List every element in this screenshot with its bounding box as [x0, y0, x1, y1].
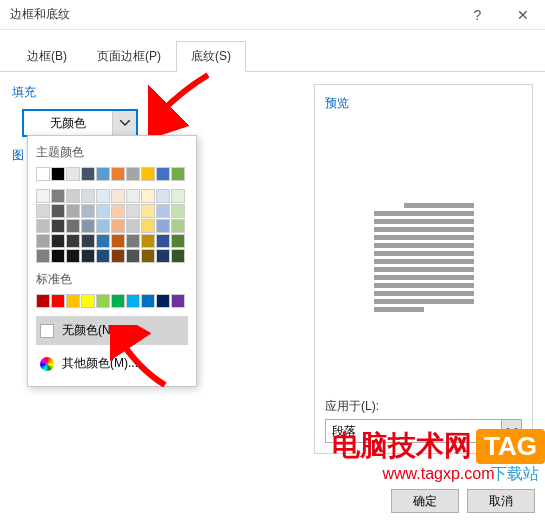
color-swatch[interactable] [96, 219, 110, 233]
fill-dropdown-button[interactable] [112, 111, 136, 135]
color-swatch[interactable] [171, 234, 185, 248]
color-swatch[interactable] [51, 294, 65, 308]
color-swatch[interactable] [141, 167, 155, 181]
color-swatch[interactable] [171, 219, 185, 233]
color-swatch[interactable] [36, 234, 50, 248]
standard-color-row [36, 294, 188, 308]
tab-bar: 边框(B) 页面边框(P) 底纹(S) [0, 30, 545, 72]
color-swatch[interactable] [156, 167, 170, 181]
color-swatch[interactable] [96, 167, 110, 181]
window-controls: ? ✕ [455, 0, 545, 30]
color-swatch[interactable] [66, 234, 80, 248]
color-swatch[interactable] [111, 167, 125, 181]
chevron-down-icon [120, 120, 130, 126]
color-swatch[interactable] [156, 294, 170, 308]
color-swatch[interactable] [126, 249, 140, 263]
color-swatch[interactable] [156, 249, 170, 263]
ok-button[interactable]: 确定 [391, 489, 459, 513]
tab-page-borders[interactable]: 页面边框(P) [82, 41, 176, 72]
color-swatch[interactable] [51, 204, 65, 218]
color-swatch[interactable] [126, 167, 140, 181]
apply-select[interactable]: 段落 [325, 419, 522, 443]
color-swatch[interactable] [126, 189, 140, 203]
color-swatch[interactable] [51, 167, 65, 181]
chevron-down-icon [507, 428, 517, 434]
color-swatch[interactable] [96, 204, 110, 218]
color-swatch[interactable] [81, 219, 95, 233]
no-color-option[interactable]: 无颜色(N) [36, 316, 188, 345]
color-swatch[interactable] [141, 204, 155, 218]
color-swatch[interactable] [36, 249, 50, 263]
color-swatch[interactable] [171, 189, 185, 203]
close-button[interactable]: ✕ [500, 0, 545, 30]
color-swatch[interactable] [111, 189, 125, 203]
color-swatch[interactable] [36, 189, 50, 203]
preview-area [325, 120, 522, 398]
fill-label: 填充 [12, 84, 302, 101]
more-colors-label: 其他颜色(M)... [62, 355, 138, 372]
preview-pane: 预览 应用于(L): 段落 [314, 84, 533, 454]
color-swatch[interactable] [51, 219, 65, 233]
color-swatch[interactable] [36, 219, 50, 233]
cancel-button[interactable]: 取消 [467, 489, 535, 513]
color-swatch[interactable] [81, 249, 95, 263]
apply-row: 应用于(L): 段落 [325, 398, 522, 443]
color-swatch[interactable] [66, 167, 80, 181]
apply-value: 段落 [326, 423, 501, 440]
color-swatch[interactable] [66, 189, 80, 203]
color-swatch[interactable] [111, 249, 125, 263]
color-swatch[interactable] [171, 249, 185, 263]
color-swatch[interactable] [126, 219, 140, 233]
color-swatch[interactable] [141, 249, 155, 263]
color-swatch[interactable] [66, 249, 80, 263]
color-picker-popup: 主题颜色 标准色 无颜色(N) 其他颜色(M)... [27, 135, 197, 387]
color-swatch[interactable] [156, 234, 170, 248]
tab-borders[interactable]: 边框(B) [12, 41, 82, 72]
color-swatch[interactable] [126, 234, 140, 248]
color-swatch[interactable] [171, 167, 185, 181]
help-button[interactable]: ? [455, 0, 500, 30]
apply-dropdown-button[interactable] [501, 420, 521, 442]
color-swatch[interactable] [81, 204, 95, 218]
preview-document [374, 203, 474, 315]
color-swatch[interactable] [171, 294, 185, 308]
color-swatch[interactable] [171, 204, 185, 218]
color-swatch[interactable] [66, 204, 80, 218]
more-colors-option[interactable]: 其他颜色(M)... [36, 349, 188, 378]
standard-colors-title: 标准色 [36, 271, 188, 288]
color-swatch[interactable] [36, 167, 50, 181]
color-swatch[interactable] [111, 294, 125, 308]
fill-row: 无颜色 [12, 109, 302, 137]
color-swatch[interactable] [96, 234, 110, 248]
color-swatch[interactable] [81, 234, 95, 248]
color-swatch[interactable] [141, 294, 155, 308]
color-swatch[interactable] [96, 249, 110, 263]
color-swatch[interactable] [126, 204, 140, 218]
color-swatch[interactable] [81, 294, 95, 308]
color-swatch[interactable] [36, 204, 50, 218]
color-swatch[interactable] [141, 234, 155, 248]
fill-color-value: 无颜色 [24, 111, 112, 136]
color-swatch[interactable] [51, 189, 65, 203]
color-swatch[interactable] [111, 234, 125, 248]
color-swatch[interactable] [36, 294, 50, 308]
color-swatch[interactable] [51, 234, 65, 248]
color-swatch[interactable] [156, 219, 170, 233]
color-swatch[interactable] [141, 219, 155, 233]
color-swatch[interactable] [126, 294, 140, 308]
fill-color-select[interactable]: 无颜色 [22, 109, 138, 137]
color-swatch[interactable] [51, 249, 65, 263]
color-swatch[interactable] [96, 294, 110, 308]
color-swatch[interactable] [66, 294, 80, 308]
color-swatch[interactable] [111, 204, 125, 218]
theme-color-row [36, 167, 188, 181]
color-swatch[interactable] [156, 189, 170, 203]
color-swatch[interactable] [81, 167, 95, 181]
tab-shading[interactable]: 底纹(S) [176, 41, 246, 72]
color-swatch[interactable] [111, 219, 125, 233]
color-swatch[interactable] [156, 204, 170, 218]
color-swatch[interactable] [96, 189, 110, 203]
color-swatch[interactable] [81, 189, 95, 203]
color-swatch[interactable] [66, 219, 80, 233]
color-swatch[interactable] [141, 189, 155, 203]
